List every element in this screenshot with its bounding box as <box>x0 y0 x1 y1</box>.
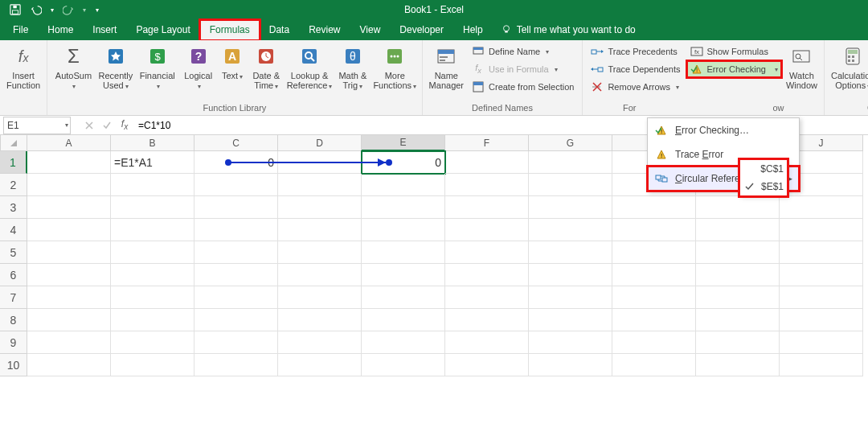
col-A[interactable]: A <box>27 135 111 151</box>
cell-E2[interactable] <box>362 174 445 196</box>
cell-G8[interactable] <box>529 309 612 331</box>
cell-G2[interactable] <box>529 174 612 196</box>
select-all-corner[interactable] <box>0 135 27 151</box>
cell-E3[interactable] <box>362 196 445 219</box>
cell-B1[interactable]: =E1*A1 <box>111 151 194 174</box>
cell-F10[interactable] <box>445 354 529 376</box>
rowhead-8[interactable]: 8 <box>0 309 27 331</box>
cell-C4[interactable] <box>194 219 278 241</box>
cell-C8[interactable] <box>194 309 278 331</box>
cell-E8[interactable] <box>362 309 445 331</box>
col-F[interactable]: F <box>445 135 529 151</box>
cell-A9[interactable] <box>27 331 111 354</box>
cell-B7[interactable] <box>111 286 194 309</box>
cell-F4[interactable] <box>445 219 529 241</box>
cell-H7[interactable] <box>612 286 696 309</box>
datetime-button[interactable]: Date & Time▾ <box>249 42 283 92</box>
cell-J4[interactable] <box>780 219 863 241</box>
cell-E9[interactable] <box>362 331 445 354</box>
rowhead-1[interactable]: 1 <box>0 151 27 174</box>
cell-A8[interactable] <box>27 309 111 331</box>
cell-D6[interactable] <box>278 264 362 286</box>
cell-H4[interactable] <box>612 219 696 241</box>
cell-C2[interactable] <box>194 174 278 196</box>
cell-E4[interactable] <box>362 219 445 241</box>
name-manager-button[interactable]: Name Manager <box>428 42 465 90</box>
cell-D10[interactable] <box>278 354 362 376</box>
circular-ref-c1[interactable]: $C$1 <box>740 160 787 178</box>
tab-developer[interactable]: Developer <box>390 20 453 40</box>
cell-J9[interactable] <box>780 331 863 354</box>
cell-J3[interactable] <box>780 196 863 219</box>
cell-G4[interactable] <box>529 219 612 241</box>
cell-F6[interactable] <box>445 264 529 286</box>
cell-F7[interactable] <box>445 286 529 309</box>
autosum-button[interactable]: Σ AutoSum▾ <box>52 42 94 92</box>
cell-H5[interactable] <box>612 241 696 264</box>
cell-D5[interactable] <box>278 241 362 264</box>
cell-C3[interactable] <box>194 196 278 219</box>
show-formulas-button[interactable]: fx Show Formulas <box>687 43 781 60</box>
cell-E10[interactable] <box>362 354 445 376</box>
cell-B6[interactable] <box>111 264 194 286</box>
tab-help[interactable]: Help <box>453 20 493 40</box>
cell-G1[interactable] <box>529 151 612 174</box>
rowhead-7[interactable]: 7 <box>0 286 27 309</box>
insert-function-button[interactable]: fx Insert Function <box>5 42 42 90</box>
tab-view[interactable]: View <box>350 20 391 40</box>
col-E[interactable]: E <box>362 135 445 151</box>
cell-F1[interactable] <box>445 151 529 174</box>
col-C[interactable]: C <box>194 135 278 151</box>
cell-B9[interactable] <box>111 331 194 354</box>
cell-B10[interactable] <box>111 354 194 376</box>
rowhead-10[interactable]: 10 <box>0 354 27 376</box>
lookup-button[interactable]: Lookup & Reference▾ <box>286 42 333 92</box>
cell-I9[interactable] <box>696 331 780 354</box>
tab-home[interactable]: Home <box>38 20 83 40</box>
tab-data[interactable]: Data <box>260 20 299 40</box>
undo-button[interactable] <box>27 2 45 18</box>
cell-C10[interactable] <box>194 354 278 376</box>
trace-dependents-button[interactable]: Trace Dependents <box>588 61 683 77</box>
cell-B3[interactable] <box>111 196 194 219</box>
cell-D7[interactable] <box>278 286 362 309</box>
cell-E5[interactable] <box>362 241 445 264</box>
name-box[interactable]: E1 ▾ <box>3 117 71 134</box>
col-G[interactable]: G <box>529 135 612 151</box>
tell-me-search[interactable]: Tell me what you want to do <box>501 20 636 40</box>
rowhead-2[interactable]: 2 <box>0 174 27 196</box>
tab-insert[interactable]: Insert <box>83 20 126 40</box>
cell-F8[interactable] <box>445 309 529 331</box>
cell-B5[interactable] <box>111 241 194 264</box>
undo-dropdown[interactable]: ▾ <box>48 2 56 18</box>
error-checking-button[interactable]: ! Error Checking▾ <box>687 61 781 77</box>
menu-error-checking[interactable]: ! Error Checking… <box>648 118 799 142</box>
redo-dropdown[interactable]: ▾ <box>80 2 88 18</box>
cell-D4[interactable] <box>278 219 362 241</box>
cell-C9[interactable] <box>194 331 278 354</box>
tab-pagelayout[interactable]: Page Layout <box>126 20 199 40</box>
math-button[interactable]: θ Math & Trig▾ <box>336 42 370 92</box>
tab-file[interactable]: File <box>3 20 38 40</box>
cell-E6[interactable] <box>362 264 445 286</box>
rowhead-4[interactable]: 4 <box>0 219 27 241</box>
cell-D2[interactable] <box>278 174 362 196</box>
cell-A3[interactable] <box>27 196 111 219</box>
redo-button[interactable] <box>59 2 77 18</box>
cell-B2[interactable] <box>111 174 194 196</box>
rowhead-5[interactable]: 5 <box>0 241 27 264</box>
cell-A1[interactable] <box>27 151 111 174</box>
rowhead-6[interactable]: 6 <box>0 264 27 286</box>
cancel-formula-button[interactable] <box>80 117 98 134</box>
cell-G3[interactable] <box>529 196 612 219</box>
rowhead-9[interactable]: 9 <box>0 331 27 354</box>
cell-A7[interactable] <box>27 286 111 309</box>
cell-C7[interactable] <box>194 286 278 309</box>
cell-D8[interactable] <box>278 309 362 331</box>
cell-J6[interactable] <box>780 264 863 286</box>
cell-I6[interactable] <box>696 264 780 286</box>
remove-arrows-button[interactable]: Remove Arrows▾ <box>588 79 683 95</box>
cell-A2[interactable] <box>27 174 111 196</box>
circular-ref-e1[interactable]: $E$1 <box>740 178 787 195</box>
cell-F3[interactable] <box>445 196 529 219</box>
